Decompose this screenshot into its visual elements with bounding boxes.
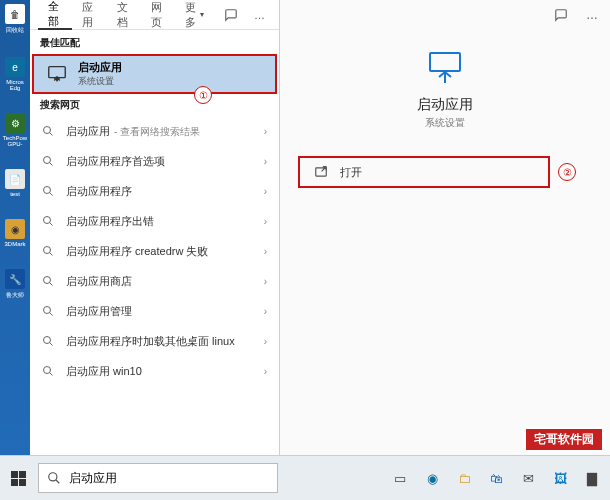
app-icon[interactable]: ▇ bbox=[580, 466, 604, 490]
open-button[interactable]: 打开 ② bbox=[298, 156, 550, 188]
task-view-icon[interactable]: ▭ bbox=[388, 466, 412, 490]
result-item[interactable]: 启动应用程序 createdrw 失败 › bbox=[30, 236, 279, 266]
tab-apps[interactable]: 应用 bbox=[72, 0, 106, 30]
explorer-icon[interactable]: 🗀 bbox=[452, 466, 476, 490]
tab-all[interactable]: 全部 bbox=[38, 0, 72, 30]
chevron-right-icon: › bbox=[264, 186, 267, 197]
search-icon bbox=[42, 305, 56, 317]
result-item[interactable]: 启动应用程序 › bbox=[30, 176, 279, 206]
svg-point-5 bbox=[44, 247, 51, 254]
svg-point-6 bbox=[44, 277, 51, 284]
svg-point-3 bbox=[44, 187, 51, 194]
svg-point-8 bbox=[44, 337, 51, 344]
desktop-icon-techpower[interactable]: ⚙TechPow GPU- bbox=[3, 113, 27, 147]
svg-point-4 bbox=[44, 217, 51, 224]
result-item[interactable]: 启动应用程序出错 › bbox=[30, 206, 279, 236]
more-options-icon[interactable]: … bbox=[586, 8, 598, 22]
open-label: 打开 bbox=[340, 165, 362, 180]
chevron-right-icon: › bbox=[264, 246, 267, 257]
edge-icon[interactable]: ◉ bbox=[420, 466, 444, 490]
desktop-icon-edge[interactable]: eMicros Edg bbox=[3, 57, 27, 91]
result-item[interactable]: 启动应用程序时加载其他桌面 linux › bbox=[30, 326, 279, 356]
best-match-label: 最佳匹配 bbox=[30, 30, 279, 54]
search-input[interactable] bbox=[69, 471, 269, 485]
windows-logo-icon bbox=[11, 471, 26, 486]
chevron-right-icon: › bbox=[264, 306, 267, 317]
best-match-subtitle: 系统设置 bbox=[78, 75, 122, 88]
result-item[interactable]: 启动应用商店 › bbox=[30, 266, 279, 296]
preview-panel: … 启动应用 系统设置 打开 ② bbox=[280, 0, 610, 455]
annotation-1: ① bbox=[194, 86, 212, 104]
search-icon bbox=[42, 365, 56, 377]
svg-point-9 bbox=[44, 367, 51, 374]
result-item[interactable]: 启动应用程序首选项 › bbox=[30, 146, 279, 176]
svg-point-7 bbox=[44, 307, 51, 314]
annotation-2: ② bbox=[558, 163, 576, 181]
svg-rect-10 bbox=[430, 53, 460, 71]
result-item[interactable]: 启动应用管理 › bbox=[30, 296, 279, 326]
best-match-title: 启动应用 bbox=[78, 60, 122, 75]
chevron-down-icon: ▾ bbox=[200, 10, 204, 19]
search-icon bbox=[42, 275, 56, 287]
cortana-icon[interactable] bbox=[356, 466, 380, 490]
taskbar: ▭ ◉ 🗀 🛍 ✉ 🖼 ▇ bbox=[0, 455, 610, 500]
photos-icon[interactable]: 🖼 bbox=[548, 466, 572, 490]
search-tabs: 全部 应用 文档 网页 更多▾ … bbox=[30, 0, 279, 30]
desktop-icon-ludashi[interactable]: 🔧鲁大师 bbox=[3, 269, 27, 300]
taskbar-pinned: ▭ ◉ 🗀 🛍 ✉ 🖼 ▇ bbox=[350, 466, 610, 490]
chevron-right-icon: › bbox=[264, 216, 267, 227]
search-icon bbox=[47, 471, 61, 485]
chevron-right-icon: › bbox=[264, 366, 267, 377]
store-icon[interactable]: 🛍 bbox=[484, 466, 508, 490]
feedback-icon[interactable] bbox=[554, 8, 568, 22]
watermark: 宅哥软件园 bbox=[524, 427, 604, 452]
search-results: 启动应用- 查看网络搜索结果 › 启动应用程序首选项 › 启动应用程序 › 启动… bbox=[30, 116, 279, 455]
open-icon bbox=[314, 165, 330, 179]
search-icon bbox=[42, 335, 56, 347]
desktop-icon-3dmark[interactable]: ◉3DMark bbox=[3, 219, 27, 247]
search-panel: 全部 应用 文档 网页 更多▾ … 最佳匹配 启动应用 系统设置 ① 搜索网页 … bbox=[30, 0, 280, 455]
result-item[interactable]: 启动应用- 查看网络搜索结果 › bbox=[30, 116, 279, 146]
taskbar-search-box[interactable] bbox=[38, 463, 278, 493]
svg-point-2 bbox=[44, 157, 51, 164]
chevron-right-icon: › bbox=[264, 126, 267, 137]
search-icon bbox=[42, 245, 56, 257]
startup-large-icon bbox=[425, 50, 465, 86]
tab-more[interactable]: 更多▾ bbox=[175, 0, 214, 30]
preview-title: 启动应用 bbox=[417, 96, 473, 114]
feedback-icon[interactable] bbox=[214, 0, 248, 30]
best-match-item[interactable]: 启动应用 系统设置 bbox=[32, 54, 277, 94]
web-search-label: 搜索网页 bbox=[30, 94, 279, 116]
mail-icon[interactable]: ✉ bbox=[516, 466, 540, 490]
startup-icon bbox=[46, 63, 68, 85]
start-button[interactable] bbox=[0, 456, 36, 501]
chevron-right-icon: › bbox=[264, 156, 267, 167]
svg-point-1 bbox=[44, 127, 51, 134]
search-icon bbox=[42, 215, 56, 227]
tab-web[interactable]: 网页 bbox=[141, 0, 175, 30]
tab-docs[interactable]: 文档 bbox=[107, 0, 141, 30]
desktop-icon-recycle[interactable]: 🗑回收站 bbox=[3, 4, 27, 35]
chevron-right-icon: › bbox=[264, 336, 267, 347]
result-item[interactable]: 启动应用 win10 › bbox=[30, 356, 279, 386]
desktop: 🗑回收站 eMicros Edg ⚙TechPow GPU- 📄test ◉3D… bbox=[0, 0, 30, 455]
search-icon bbox=[42, 125, 56, 137]
preview-subtitle: 系统设置 bbox=[425, 116, 465, 130]
chevron-right-icon: › bbox=[264, 276, 267, 287]
search-icon bbox=[42, 185, 56, 197]
more-options-icon[interactable]: … bbox=[248, 9, 271, 21]
svg-point-12 bbox=[49, 473, 57, 481]
desktop-icon-test[interactable]: 📄test bbox=[3, 169, 27, 197]
search-icon bbox=[42, 155, 56, 167]
